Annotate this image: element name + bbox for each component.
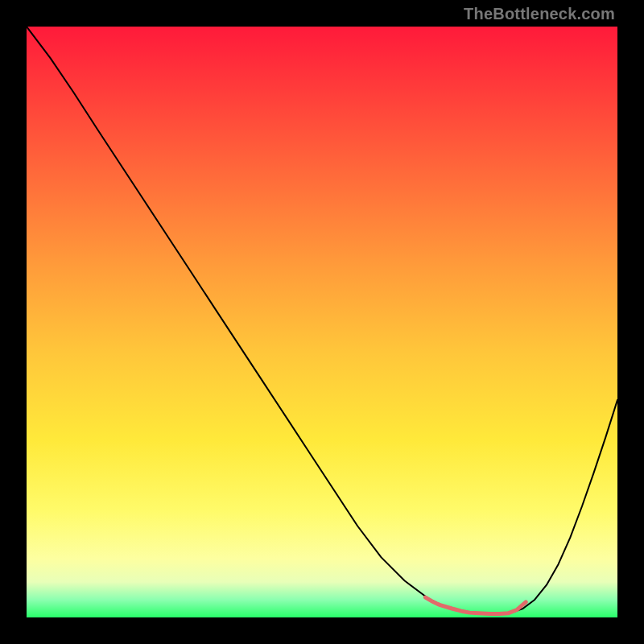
series-bottleneck-curve [27,27,617,614]
watermark-text: TheBottleneck.com [464,5,615,23]
chart-svg [27,27,617,617]
series-optimal-zone-marker [425,597,526,614]
plot-area [27,27,617,617]
